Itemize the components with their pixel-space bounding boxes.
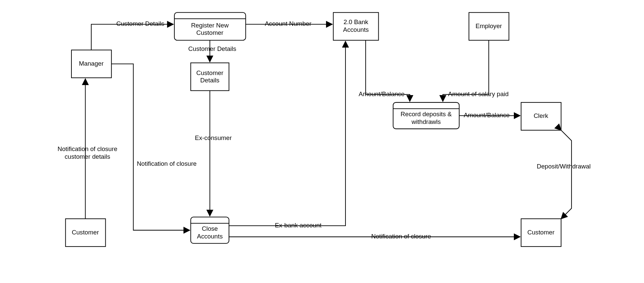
edge-manager-to-close: Notification of closure (111, 64, 197, 230)
node-close-label-2: Accounts (197, 233, 223, 240)
edge-bank-to-record-label: Amount/Balance (359, 90, 405, 97)
edge-register-to-custds-label: Customer Details (188, 45, 236, 52)
node-bank-label-2: Accounts (343, 26, 369, 33)
node-customer-right: Customer (521, 219, 561, 246)
node-employer: Employer (469, 12, 509, 40)
dfd-diagram: Manager Customer Register New Customer C… (0, 0, 644, 283)
node-clerk-label: Clerk (534, 112, 548, 119)
edge-close-to-customerR: Notification of closure (229, 233, 520, 240)
edge-register-to-custds: Customer Details (188, 40, 236, 62)
node-record-deposits-withdrawls: Record deposits & withdrawls (393, 102, 459, 129)
edge-close-to-bank-label: Ex-bank account (275, 222, 322, 229)
node-close-label-1: Close (202, 225, 218, 232)
node-employer-label: Employer (476, 22, 502, 29)
node-close-accounts: Close Accounts (191, 217, 229, 243)
node-customer-left-label: Customer (72, 229, 99, 236)
edge-clerk-customerR-label: Deposit/Withdrawal (537, 163, 591, 170)
edge-custds-to-close-label: Ex-consumer (195, 134, 232, 141)
node-clerk: Clerk (521, 102, 561, 130)
edge-customerL-to-manager: Notification of closure customer details (57, 79, 117, 219)
node-manager: Manager (71, 50, 111, 78)
node-custds-label-1: Customer (196, 69, 223, 76)
node-record-label-2: withdrawls (411, 118, 441, 125)
edge-manager-to-register-label: Customer Details (116, 20, 164, 27)
node-manager-label: Manager (79, 60, 104, 67)
edge-clerk-customerR: Deposit/Withdrawal (537, 130, 591, 219)
node-customer-details-ds: Customer Details (191, 63, 229, 91)
edge-custds-to-close: Ex-consumer (195, 91, 232, 216)
edge-record-to-clerk: Amount/Balance (459, 112, 520, 119)
edge-customerL-to-manager-label-2: customer details (65, 153, 110, 160)
node-record-label-1: Record deposits & (400, 111, 452, 118)
node-bank-label-1: 2.0 Bank (343, 18, 368, 25)
edge-register-to-bank-label: Account Number (265, 20, 311, 27)
edge-close-to-customerR-label: Notification of closure (371, 233, 431, 240)
node-register-label-2: Customer (196, 29, 223, 36)
node-customer-right-label: Customer (527, 229, 554, 236)
edge-manager-to-register: Customer Details (91, 20, 173, 50)
edge-bank-to-record: Amount/Balance (359, 40, 410, 101)
edge-register-to-bank: Account Number (246, 20, 332, 27)
edge-employer-to-record: Amount of salary paid (443, 40, 508, 101)
edge-record-to-clerk-label: Amount/Balance (464, 112, 509, 119)
node-register-label-1: Register New (191, 22, 229, 29)
node-customer-left: Customer (65, 219, 105, 246)
node-custds-label-2: Details (200, 77, 219, 84)
edge-close-to-bank: Ex-bank account (229, 41, 345, 228)
edge-employer-to-record-label: Amount of salary paid (448, 90, 508, 97)
edge-manager-to-close-label: Notification of closure (137, 160, 197, 167)
node-bank-accounts: 2.0 Bank Accounts (333, 12, 379, 40)
edge-customerL-to-manager-label-1: Notification of closure (57, 145, 117, 152)
node-register-new-customer: Register New Customer (174, 12, 246, 40)
